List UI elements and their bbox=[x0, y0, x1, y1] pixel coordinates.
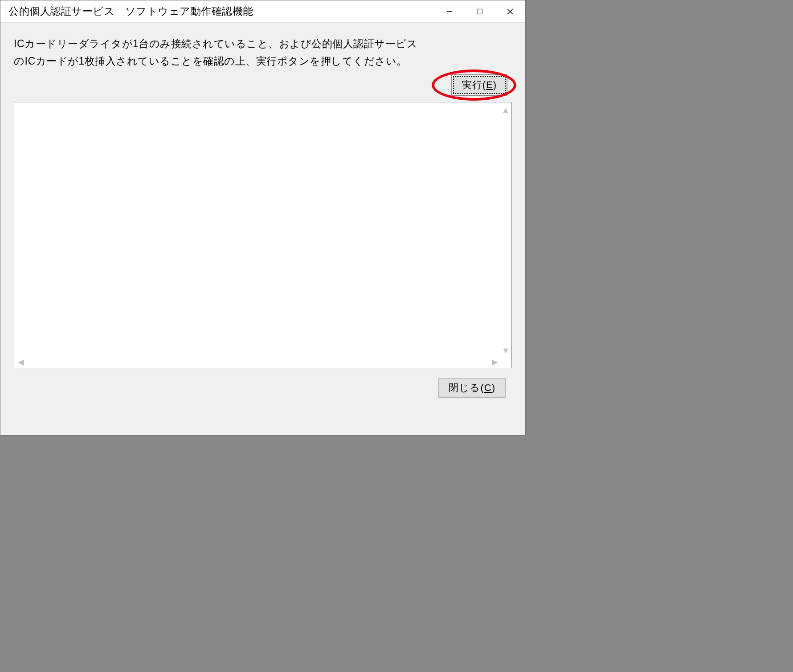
window-controls bbox=[434, 0, 525, 22]
maximize-icon bbox=[477, 8, 483, 15]
close-row: 閉じる(C) bbox=[14, 378, 512, 398]
dialog-window: 公的個人認証サービス ソフトウェア動作確認機能 ICカードリーダライタが1台のみ… bbox=[0, 0, 526, 436]
scroll-down-icon: ▼ bbox=[502, 346, 510, 354]
instruction-text: ICカードリーダライタが1台のみ接続されていること、および公的個人認証サービス … bbox=[14, 35, 512, 70]
execute-button[interactable]: 実行(E) bbox=[453, 76, 506, 94]
vertical-scrollbar[interactable]: ▲ ▼ bbox=[501, 103, 511, 357]
close-window-button[interactable] bbox=[495, 0, 525, 22]
close-icon bbox=[507, 8, 514, 15]
svg-rect-1 bbox=[478, 9, 482, 14]
scroll-right-icon: ▶ bbox=[492, 358, 498, 366]
titlebar: 公的個人認証サービス ソフトウェア動作確認機能 bbox=[0, 0, 525, 23]
window-title: 公的個人認証サービス ソフトウェア動作確認機能 bbox=[8, 4, 253, 18]
close-button[interactable]: 閉じる(C) bbox=[438, 378, 506, 398]
minimize-icon bbox=[446, 8, 453, 15]
scroll-left-icon: ◀ bbox=[18, 358, 24, 366]
instruction-line-2: のICカードが1枚挿入されていることを確認の上、実行ボタンを押してください。 bbox=[14, 53, 512, 70]
output-textarea[interactable]: ▲ ▼ ◀ ▶ bbox=[14, 102, 512, 368]
execute-row: 実行(E) bbox=[14, 76, 512, 94]
instruction-line-1: ICカードリーダライタが1台のみ接続されていること、および公的個人認証サービス bbox=[14, 35, 512, 53]
maximize-button[interactable] bbox=[465, 0, 495, 22]
horizontal-scrollbar[interactable]: ◀ ▶ bbox=[15, 357, 501, 367]
client-area: ICカードリーダライタが1台のみ接続されていること、および公的個人認証サービス … bbox=[0, 23, 525, 435]
scroll-up-icon: ▲ bbox=[502, 106, 510, 114]
minimize-button[interactable] bbox=[434, 0, 465, 22]
